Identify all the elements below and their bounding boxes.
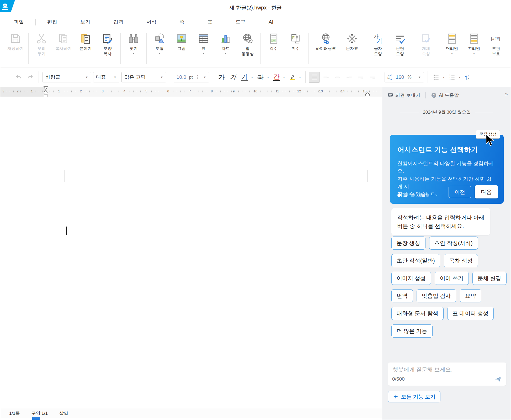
send-feedback-button[interactable]: 의견 보내기 [387, 92, 420, 98]
numbered-list-button[interactable]: 123 [447, 72, 457, 82]
toolbar-button-copy[interactable]: 복사하기 [52, 33, 74, 51]
carousel-dot-3[interactable] [412, 193, 415, 197]
chip-더 많은 기능[interactable]: 더 많은 기능 [391, 324, 433, 338]
underline-button[interactable]: 가 [239, 72, 250, 82]
ruler-tick [71, 91, 72, 92]
toolbar-button-save[interactable]: 저장하기 [4, 33, 26, 51]
chip-초안 작성(서식)[interactable]: 초안 작성(서식) [429, 237, 478, 250]
chevron-down-icon[interactable]: ▼ [158, 52, 161, 55]
font-size-field[interactable]: 10.0 pt ▲▼ ▼ [174, 72, 209, 82]
chevron-down-icon[interactable]: ▼ [283, 76, 285, 79]
carousel-dot-5[interactable] [426, 193, 429, 197]
chevron-down-icon[interactable]: ▼ [443, 76, 445, 79]
menu-item-보기[interactable]: 보기 [69, 19, 102, 25]
toolbar-button-paste[interactable]: 붙이기 [74, 33, 97, 51]
style-select[interactable]: 바탕글▼ [42, 72, 91, 82]
toolbar-button-hyperlink[interactable]: 하이퍼링크 [311, 33, 341, 51]
ruler[interactable]: 321123456789101112131415 [0, 87, 382, 97]
align-left-button[interactable] [321, 72, 331, 82]
chat-input[interactable] [392, 366, 503, 373]
menu-item-파일[interactable]: 파일 [7, 19, 35, 25]
toolbar-button-find[interactable]: 찾기▼ [123, 33, 145, 55]
menu-item-표[interactable]: 표 [196, 19, 224, 25]
font-select[interactable]: 맑은 고딕▼ [121, 72, 166, 82]
chevron-down-icon[interactable]: ▼ [459, 76, 461, 79]
chevron-down-icon[interactable]: ▼ [202, 52, 205, 55]
redo-icon[interactable] [25, 72, 35, 82]
chip-초안 작성(일반)[interactable]: 초안 작성(일반) [391, 254, 440, 267]
menu-item-도구[interactable]: 도구 [224, 19, 257, 25]
toolbar-button-footer[interactable]: 꼬리말▼ [463, 33, 485, 55]
toolbar-button-char-shape[interactable]: 가가글자 모양 [367, 33, 389, 56]
bold-button[interactable]: 가 [216, 72, 227, 82]
bullet-list-button[interactable] [431, 72, 441, 82]
chevron-down-icon[interactable]: ▼ [299, 76, 301, 79]
carousel-dot-1[interactable] [397, 193, 401, 197]
toolbar-button-header[interactable]: 머리말▼ [441, 33, 463, 55]
chip-문장 생성[interactable]: 문장 생성 [391, 237, 425, 250]
toolbar-button-para-marks[interactable]: 문단 부호 [507, 33, 511, 56]
toolbar-button-picture[interactable]: 그림 [171, 33, 193, 51]
insert-mode-indicator[interactable]: 삽입 [59, 410, 68, 416]
toolbar-button-chart[interactable]: 차트▼ [215, 33, 237, 55]
menu-item-AI[interactable]: AI [257, 19, 285, 25]
align-center-button[interactable] [332, 72, 343, 82]
next-button[interactable]: 다음 [475, 185, 498, 198]
strikethrough-button[interactable]: 과 [255, 72, 266, 82]
ai-help-button[interactable]: ? AI 도움말 [431, 92, 459, 98]
menu-item-서식[interactable]: 서식 [135, 19, 168, 25]
toolbar-button-shapes[interactable]: 도형▼ [148, 33, 171, 55]
toolbar-button-footnote[interactable]: 1)=각주 [263, 33, 285, 51]
toolbar-button-control-marks[interactable]: [###]조판 부호 [485, 33, 507, 56]
chip-이미지 생성[interactable]: 이미지 생성 [391, 272, 431, 285]
chip-문체 변경[interactable]: 문체 변경 [472, 272, 507, 285]
send-icon[interactable] [494, 376, 502, 382]
chip-이어 쓰기[interactable]: 이어 쓰기 [435, 272, 469, 285]
chevron-down-icon: ▼ [418, 76, 421, 79]
font-size-stepper[interactable]: ▲▼ [196, 75, 199, 80]
align-distribute-button[interactable] [355, 72, 366, 82]
indent-marker[interactable] [43, 86, 48, 98]
chevron-down-icon[interactable]: ▼ [132, 52, 135, 55]
chevron-down-icon[interactable]: ▼ [224, 52, 227, 55]
chevron-down-icon[interactable]: ▼ [451, 52, 453, 55]
menu-item-편집[interactable]: 편집 [36, 19, 69, 25]
header-divider [425, 92, 426, 98]
align-justify-button[interactable] [309, 72, 320, 83]
chevron-down-icon[interactable]: ▼ [251, 76, 253, 79]
sort-paragraph-button[interactable]: 1-A- [463, 72, 473, 82]
toolbar-button-format-painter[interactable]: 모양 복사 [97, 33, 119, 56]
prev-button[interactable]: 이전 [449, 186, 471, 198]
toolbar-button-object-props[interactable]: 개체 속성 [415, 33, 437, 56]
toolbar-button-para-shape[interactable]: 문단 모양 [389, 33, 411, 56]
document-page[interactable] [0, 97, 382, 408]
chip-대화형 문서 탐색[interactable]: 대화형 문서 탐색 [391, 307, 444, 320]
chip-맞춤법 검사[interactable]: 맞춤법 검사 [417, 289, 456, 302]
menu-item-쪽[interactable]: 쪽 [168, 19, 196, 25]
font-color-button[interactable]: 간 [271, 72, 282, 82]
chip-표 데이터 생성[interactable]: 표 데이터 생성 [447, 307, 494, 320]
collapse-sidebar-button[interactable]: » [505, 91, 508, 97]
highlight-color-button[interactable] [287, 72, 298, 82]
toolbar-button-cut[interactable]: 오려 두기 [30, 33, 52, 56]
carousel-dot-2[interactable] [404, 193, 408, 197]
chevron-down-icon[interactable]: ▼ [267, 76, 269, 79]
italic-button[interactable]: 가 [228, 72, 238, 82]
toolbar-button-table[interactable]: 표▼ [193, 33, 215, 55]
all-features-button[interactable]: 모든 기능 보기 [388, 391, 440, 402]
toolbar-button-web-video[interactable]: 웹 동영상 [237, 33, 259, 56]
style-type-select[interactable]: 대표▼ [93, 72, 119, 82]
chip-목차 생성[interactable]: 목차 생성 [444, 254, 478, 267]
chip-번역[interactable]: 번역 [391, 289, 413, 302]
align-divide-button[interactable] [367, 72, 377, 82]
toolbar-button-endnote[interactable]: [1]미주 [285, 33, 307, 51]
line-spacing-field[interactable]: 가나 160 % ▼ [385, 72, 424, 82]
toolbar-button-charmap[interactable]: 문자표 [341, 33, 363, 51]
carousel-dot-4[interactable] [419, 193, 422, 197]
menu-item-입력[interactable]: 입력 [102, 19, 135, 25]
chevron-down-icon[interactable]: ▼ [473, 52, 475, 55]
undo-icon[interactable] [13, 72, 24, 82]
ruler-tick [340, 91, 340, 92]
chip-요약[interactable]: 요약 [460, 289, 481, 302]
align-right-button[interactable] [344, 72, 354, 82]
